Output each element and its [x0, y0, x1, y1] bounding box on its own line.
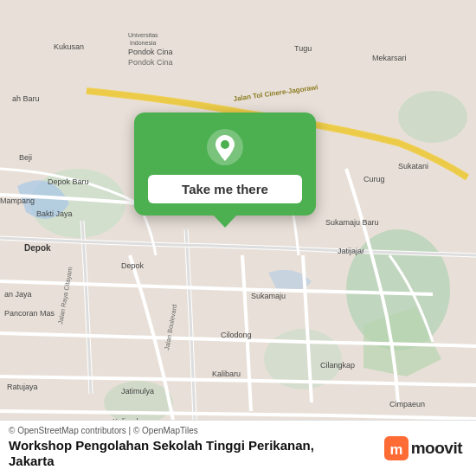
svg-text:Pancoran Mas: Pancoran Mas [4, 309, 55, 318]
moovit-icon: m [384, 436, 408, 460]
svg-text:Indonesia: Indonesia [130, 40, 156, 46]
svg-text:Pondok Cina: Pondok Cina [128, 58, 173, 67]
location-name: Workshop Pengolahan Sekolah Tinggi Perik… [9, 438, 314, 453]
svg-text:ah Baru: ah Baru [12, 94, 40, 103]
svg-text:Cimpaeun: Cimpaeun [389, 400, 425, 408]
svg-text:Ratujaya: Ratujaya [7, 383, 38, 391]
svg-text:m: m [389, 441, 402, 458]
moovit-logo: m moovit [384, 436, 462, 460]
take-me-there-button[interactable]: Take me there [148, 175, 302, 203]
svg-text:Pondok Cina: Pondok Cina [128, 48, 173, 56]
svg-text:Curug: Curug [363, 175, 385, 183]
svg-text:Bakti Jaya: Bakti Jaya [36, 209, 73, 218]
moovit-text: moovit [411, 439, 462, 458]
svg-text:Mekarsari: Mekarsari [372, 54, 407, 62]
svg-text:Sukamaju Baru: Sukamaju Baru [325, 218, 379, 227]
svg-text:Sukatani: Sukatani [398, 162, 428, 170]
svg-text:Beji: Beji [19, 153, 32, 162]
map-attribution: © OpenStreetMap contributors | © OpenMap… [9, 426, 467, 435]
svg-text:Tugu: Tugu [294, 44, 312, 53]
map-background: Kukusan Pondok Cina Pondok Cina Tugu Mek… [0, 0, 476, 476]
svg-text:Universitas: Universitas [128, 32, 158, 38]
svg-point-40 [221, 140, 229, 149]
svg-text:Jatijajar: Jatijajar [338, 247, 364, 255]
popup-card: Take me there [134, 113, 316, 215]
svg-text:Cilodong: Cilodong [221, 331, 252, 339]
svg-text:Depok Baru: Depok Baru [48, 177, 89, 186]
map-container: Kukusan Pondok Cina Pondok Cina Tugu Mek… [0, 0, 476, 476]
svg-text:Mampang: Mampang [0, 196, 35, 205]
svg-text:Cilangkap: Cilangkap [320, 361, 355, 370]
svg-text:Kalibaru: Kalibaru [212, 370, 241, 378]
svg-text:an Jaya: an Jaya [4, 290, 32, 299]
location-pin-icon [206, 128, 244, 166]
svg-text:Depok: Depok [24, 243, 51, 253]
svg-text:Depok: Depok [121, 261, 145, 270]
svg-text:Sukamaju: Sukamaju [251, 292, 286, 300]
svg-text:Jatimulya: Jatimulya [121, 387, 154, 396]
bottom-bar: © OpenStreetMap contributors | © OpenMap… [0, 420, 476, 476]
svg-text:Kukusan: Kukusan [54, 42, 84, 51]
location-city: Jakarta [9, 453, 55, 468]
svg-point-3 [398, 91, 467, 143]
